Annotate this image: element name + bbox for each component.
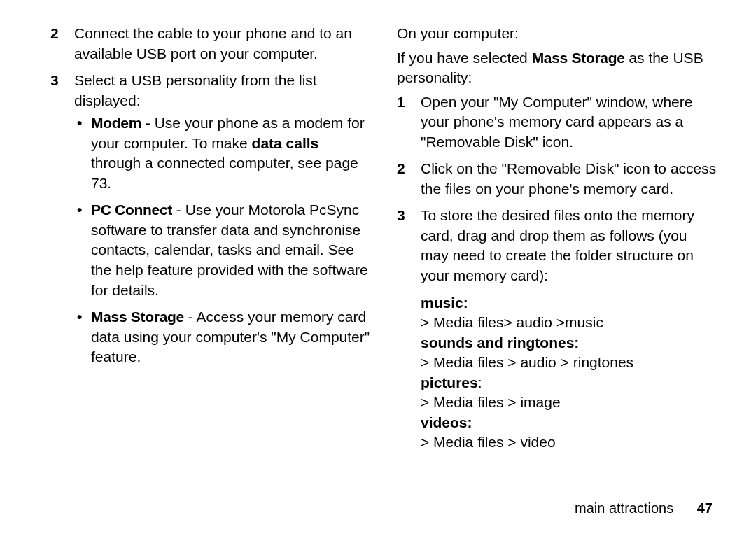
footer-page-number: 47 [697, 500, 713, 516]
bullet-text-2: through a connected computer, see page 7… [91, 155, 358, 191]
manual-page: 2 Connect the cable to your phone and to… [0, 0, 756, 536]
folder-paths: music: > Media files> audio >music sound… [397, 293, 717, 453]
step-text: To store the desired files onto the memo… [421, 207, 694, 283]
pictures-path: > Media files > image [421, 393, 717, 413]
bullet-term: Modem [91, 115, 141, 131]
footer-section: main attractions [575, 500, 673, 516]
bullet-modem: Modem - Use your phone as a modem for yo… [74, 113, 370, 193]
pictures-label: pictures [421, 374, 478, 390]
step-number: 3 [397, 206, 405, 226]
sounds-label: sounds and ringtones: [421, 333, 717, 353]
left-column: 2 Connect the cable to your phone and to… [50, 24, 370, 519]
bullet-term: PC Connect [91, 202, 172, 218]
bullet-term: Mass Storage [91, 309, 184, 325]
step-number: 2 [397, 159, 405, 179]
step-number: 2 [50, 24, 59, 44]
personality-bullets: Modem - Use your phone as a modem for yo… [74, 113, 370, 367]
step-text: Connect the cable to your phone and to a… [74, 25, 352, 62]
step-2: 2 Connect the cable to your phone and to… [50, 24, 370, 64]
intro-pre: If you have selected [397, 50, 532, 66]
step-3: 3 Select a USB personality from the list… [50, 71, 370, 367]
bullet-pcconnect: PC Connect - Use your Motorola PcSync so… [74, 200, 370, 300]
videos-path: > Media files > video [421, 432, 717, 453]
left-num-list: 2 Connect the cable to your phone and to… [50, 24, 370, 367]
right-step-2: 2 Click on the "Removable Disk" icon to … [397, 159, 717, 199]
music-path: > Media files> audio >music [421, 313, 717, 333]
right-intro: If you have selected Mass Storage as the… [397, 48, 717, 88]
bold-datacalls: data calls [252, 135, 319, 151]
right-step-3: 3 To store the desired files onto the me… [397, 206, 717, 285]
step-number: 1 [397, 92, 405, 113]
music-label: music: [421, 293, 717, 313]
step-text: Click on the "Removable Disk" icon to ac… [421, 160, 716, 197]
pictures-line: pictures: [421, 373, 717, 393]
page-footer: main attractions 47 [575, 500, 713, 516]
step-text: Open your "My Computer" window, where yo… [421, 94, 692, 150]
right-heading: On your computer: [397, 24, 717, 44]
right-num-list: 1 Open your "My Computer" window, where … [397, 92, 717, 286]
bullet-massstorage: Mass Storage - Access your memory card d… [74, 307, 370, 367]
right-column: On your computer: If you have selected M… [397, 24, 717, 519]
pictures-colon: : [478, 374, 482, 390]
videos-label: videos: [421, 413, 717, 433]
intro-mass: Mass Storage [532, 50, 625, 66]
sounds-path: > Media files > audio > ringtones [421, 353, 717, 373]
step-number: 3 [50, 71, 59, 91]
right-step-1: 1 Open your "My Computer" window, where … [397, 92, 717, 153]
step-text: Select a USB personality from the list d… [74, 72, 317, 108]
